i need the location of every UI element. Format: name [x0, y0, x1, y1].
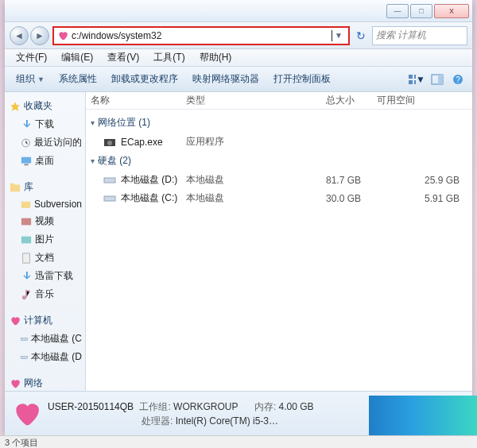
sidebar-favorites[interactable]: 收藏夹 [5, 97, 85, 115]
column-free[interactable]: 可用空间 [377, 94, 467, 107]
svg-rect-17 [23, 253, 30, 262]
heart-icon [10, 315, 21, 326]
svg-text:?: ? [456, 75, 460, 84]
drive-icon [103, 175, 116, 186]
star-icon [10, 101, 21, 112]
status-bar: 3 个项目 [0, 435, 477, 448]
recent-icon [21, 137, 31, 149]
svg-rect-20 [21, 356, 28, 358]
sidebar-item-music[interactable]: 音乐 [5, 285, 85, 303]
heart-icon [11, 399, 41, 429]
maximize-button[interactable]: □ [410, 4, 432, 18]
svg-rect-13 [10, 183, 14, 185]
overlay-box [369, 396, 477, 437]
sidebar-item-documents[interactable]: 文档 [5, 249, 85, 267]
menu-bar: 文件(F) 编辑(E) 查看(V) 工具(T) 帮助(H) [5, 49, 472, 67]
toolbar-properties[interactable]: 系统属性 [52, 69, 103, 89]
address-input[interactable]: c:/windows/system32 [72, 30, 332, 41]
column-headers: 名称 类型 总大小 可用空间 [86, 92, 472, 110]
details-workgroup: WORKGROUP [173, 401, 238, 412]
details-workgroup-label: 工作组: [139, 401, 170, 412]
video-icon [21, 216, 32, 227]
sidebar-item-pictures[interactable]: 图片 [5, 230, 85, 249]
sidebar-item-drive-c[interactable]: 本地磁盘 (C [5, 330, 85, 348]
file-list: ▾ 网络位置 (1) ECap.exe 应用程序 ▾ 硬盘 (2) 本地磁盘 (… [86, 110, 472, 391]
group-network-location[interactable]: ▾ 网络位置 (1) [91, 113, 467, 133]
download-icon [21, 271, 32, 282]
list-item[interactable]: 本地磁盘 (D:) 本地磁盘 81.7 GB 25.9 GB [91, 171, 467, 189]
svg-rect-15 [21, 218, 31, 225]
svg-rect-24 [104, 196, 115, 201]
help-icon: ? [452, 74, 463, 85]
preview-pane-button[interactable] [428, 71, 447, 88]
column-total[interactable]: 总大小 [266, 94, 377, 107]
download-icon [21, 119, 32, 130]
view-mode-button[interactable]: ▼ [407, 71, 426, 88]
toolbar-controlpanel[interactable]: 打开控制面板 [267, 69, 337, 89]
close-button[interactable]: X [434, 4, 469, 18]
svg-rect-23 [104, 178, 115, 183]
sidebar-item-recent[interactable]: 最近访问的 [5, 133, 85, 152]
search-box[interactable]: 搜索 计算机 [372, 26, 467, 45]
drive-icon [103, 193, 116, 204]
sidebar-libraries[interactable]: 库 [5, 178, 85, 196]
help-button[interactable]: ? [448, 71, 467, 88]
toolbar-organize[interactable]: 组织▼ [10, 69, 51, 89]
svg-point-22 [107, 141, 112, 145]
heart-icon [10, 378, 21, 389]
music-icon [21, 289, 32, 300]
address-bar[interactable]: c:/windows/system32 ▼ [52, 26, 350, 45]
svg-rect-12 [10, 184, 20, 191]
details-pcname: USER-20150114QB [48, 401, 134, 412]
details-cpu: Intel(R) Core(TM) i5-3… [176, 415, 278, 427]
camera-icon [103, 137, 116, 148]
pictures-icon [21, 234, 32, 245]
refresh-button[interactable]: ↻ [353, 28, 369, 44]
menu-file[interactable]: 文件(F) [10, 49, 53, 66]
forward-button[interactable]: ► [30, 26, 49, 45]
chevron-down-icon: ▼ [37, 75, 45, 83]
titlebar: — □ X [5, 0, 472, 22]
toolbar-network[interactable]: 映射网络驱动器 [186, 69, 266, 89]
svg-rect-16 [21, 236, 31, 243]
view-icon [408, 74, 416, 85]
menu-tools[interactable]: 工具(T) [147, 49, 191, 66]
details-memory: 4.00 GB [279, 401, 314, 412]
address-dropdown-icon[interactable]: ▼ [332, 31, 345, 40]
column-type[interactable]: 类型 [186, 94, 266, 107]
svg-rect-11 [24, 164, 28, 165]
svg-marker-8 [10, 102, 20, 111]
menu-view[interactable]: 查看(V) [101, 49, 145, 66]
toolbar: 组织▼ 系统属性 卸载或更改程序 映射网络驱动器 打开控制面板 ▼ ? [5, 67, 472, 92]
svg-rect-0 [409, 75, 413, 79]
menu-edit[interactable]: 编辑(E) [55, 49, 99, 66]
menu-help[interactable]: 帮助(H) [193, 49, 238, 66]
svg-rect-5 [438, 75, 443, 84]
desktop-icon [21, 156, 32, 167]
collapse-icon: ▾ [91, 156, 95, 165]
group-drives[interactable]: ▾ 硬盘 (2) [91, 151, 467, 171]
details-memory-label: 内存: [254, 401, 276, 412]
list-item[interactable]: ECap.exe 应用程序 [91, 133, 467, 151]
minimize-button[interactable]: — [386, 4, 409, 18]
back-button[interactable]: ◄ [10, 26, 29, 45]
collapse-icon: ▾ [91, 118, 95, 127]
column-name[interactable]: 名称 [91, 94, 186, 107]
toolbar-uninstall[interactable]: 卸载或更改程序 [105, 69, 184, 89]
sidebar-item-subversion[interactable]: Subversion [5, 196, 85, 212]
search-placeholder: 搜索 计算机 [376, 29, 426, 42]
sidebar-item-downloads[interactable]: 下载 [5, 115, 85, 133]
svg-rect-10 [21, 156, 31, 163]
list-item[interactable]: 本地磁盘 (C:) 本地磁盘 30.0 GB 5.91 GB [91, 189, 467, 207]
sidebar-computer[interactable]: 计算机 [5, 311, 85, 330]
sidebar-item-video[interactable]: 视频 [5, 212, 85, 230]
sidebar-item-xunlei[interactable]: 迅雷下载 [5, 267, 85, 285]
drive-icon [21, 352, 28, 363]
sidebar-item-desktop[interactable]: 桌面 [5, 152, 85, 170]
pane-icon [431, 74, 444, 85]
body: 收藏夹 下载 最近访问的 桌面 库 Subversion 视频 图片 文档 迅雷… [5, 92, 472, 391]
details-cpu-label: 处理器: [142, 415, 173, 427]
sidebar-item-drive-d[interactable]: 本地磁盘 (D [5, 348, 85, 366]
navigation-bar: ◄ ► c:/windows/system32 ▼ ↻ 搜索 计算机 [5, 22, 472, 49]
sidebar-network[interactable]: 网络 [5, 374, 85, 391]
